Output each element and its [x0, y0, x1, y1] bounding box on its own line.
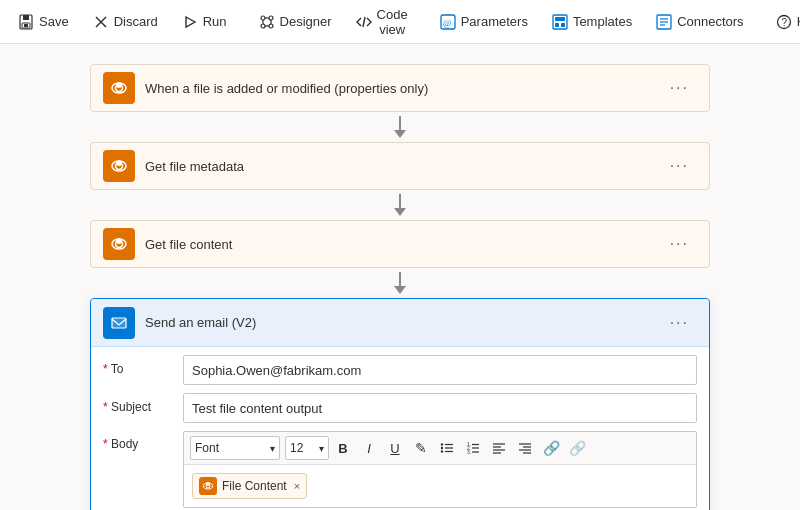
svg-rect-1: [23, 15, 29, 20]
font-name: Font: [195, 441, 219, 455]
discard-label: Discard: [114, 14, 158, 29]
to-required: *: [103, 362, 111, 376]
templates-icon: [552, 14, 568, 30]
italic-button[interactable]: I: [357, 436, 381, 460]
arrow-2: [394, 194, 406, 216]
designer-icon: [259, 14, 275, 30]
step-2-title: Get file metadata: [145, 159, 662, 174]
save-icon: [18, 14, 34, 30]
help-button[interactable]: ? Help: [766, 8, 800, 36]
code-view-button[interactable]: Code view: [346, 1, 418, 43]
body-editor-toolbar: Font ▾ 12 ▾ B I U ✎: [184, 432, 696, 465]
step-card-3[interactable]: Get file content ···: [90, 220, 710, 268]
body-content: File Content ×: [184, 465, 696, 507]
svg-point-40: [441, 447, 443, 449]
underline-button[interactable]: U: [383, 436, 407, 460]
designer-label: Designer: [280, 14, 332, 29]
parameters-icon: @: [440, 14, 456, 30]
font-dropdown[interactable]: Font ▾: [190, 436, 280, 460]
svg-rect-3: [24, 24, 28, 27]
run-icon: [182, 14, 198, 30]
numbered-list-button[interactable]: 1. 2. 3.: [461, 436, 485, 460]
step-2-more[interactable]: ···: [662, 153, 697, 179]
canvas: When a file is added or modified (proper…: [0, 44, 800, 510]
svg-point-10: [269, 24, 273, 28]
step-3-more[interactable]: ···: [662, 231, 697, 257]
parameters-button[interactable]: @ Parameters: [430, 8, 538, 36]
step-2-icon: [103, 150, 135, 182]
font-size-dropdown[interactable]: 12 ▾: [285, 436, 329, 460]
email-card: Send an email (V2) ··· * To * Subject: [90, 298, 710, 510]
step-1-more[interactable]: ···: [662, 75, 697, 101]
svg-rect-20: [555, 23, 559, 27]
email-step-icon: [103, 307, 135, 339]
align-right-button[interactable]: [513, 436, 537, 460]
code-view-label: Code view: [377, 7, 408, 37]
templates-button[interactable]: Templates: [542, 8, 642, 36]
color-pen-button[interactable]: ✎: [409, 436, 433, 460]
email-step-title: Send an email (V2): [145, 315, 662, 330]
email-card-header[interactable]: Send an email (V2) ···: [91, 299, 709, 347]
help-label: Help: [797, 14, 800, 29]
svg-line-15: [363, 17, 365, 27]
flow-container: When a file is added or modified (proper…: [90, 64, 710, 510]
run-button[interactable]: Run: [172, 8, 237, 36]
code-view-icon: [356, 14, 372, 30]
connectors-label: Connectors: [677, 14, 743, 29]
svg-point-7: [261, 16, 265, 20]
svg-text:?: ?: [781, 17, 787, 28]
save-label: Save: [39, 14, 69, 29]
to-input[interactable]: [183, 355, 697, 385]
help-icon: ?: [776, 14, 792, 30]
bullet-list-button[interactable]: [435, 436, 459, 460]
size-dropdown-arrow: ▾: [319, 443, 324, 454]
step-1-icon: [103, 72, 135, 104]
save-button[interactable]: Save: [8, 8, 79, 36]
font-size: 12: [290, 441, 303, 455]
svg-point-9: [261, 24, 265, 28]
step-3-title: Get file content: [145, 237, 662, 252]
parameters-label: Parameters: [461, 14, 528, 29]
token-close-button[interactable]: ×: [294, 480, 300, 492]
body-editor: Font ▾ 12 ▾ B I U ✎: [183, 431, 697, 508]
svg-marker-6: [186, 17, 195, 27]
step-card-2[interactable]: Get file metadata ···: [90, 142, 710, 190]
svg-point-38: [441, 443, 443, 445]
connectors-icon: [656, 14, 672, 30]
connectors-button[interactable]: Connectors: [646, 8, 753, 36]
subject-row: * Subject: [103, 393, 697, 423]
email-step-more[interactable]: ···: [662, 310, 697, 336]
to-label: * To: [103, 355, 183, 376]
arrow-1: [394, 116, 406, 138]
token-icon: [199, 477, 217, 495]
templates-label: Templates: [573, 14, 632, 29]
file-content-token: File Content ×: [192, 473, 307, 499]
svg-point-8: [269, 16, 273, 20]
token-label: File Content: [222, 479, 287, 493]
subject-label: * Subject: [103, 393, 183, 414]
discard-button[interactable]: Discard: [83, 8, 168, 36]
step-1-title: When a file is added or modified (proper…: [145, 81, 662, 96]
step-card-1[interactable]: When a file is added or modified (proper…: [90, 64, 710, 112]
bold-button[interactable]: B: [331, 436, 355, 460]
svg-rect-19: [555, 17, 565, 21]
email-card-body: * To * Subject * Body: [91, 347, 709, 510]
link-button[interactable]: 🔗: [539, 436, 563, 460]
body-row: * Body Font ▾ 12 ▾: [103, 431, 697, 508]
toolbar: Save Discard Run: [0, 0, 800, 44]
svg-rect-37: [112, 318, 126, 328]
subject-input[interactable]: [183, 393, 697, 423]
svg-text:@: @: [443, 18, 451, 28]
step-3-icon: [103, 228, 135, 260]
discard-icon: [93, 14, 109, 30]
svg-point-42: [441, 450, 443, 452]
svg-text:3.: 3.: [467, 449, 471, 455]
designer-button[interactable]: Designer: [249, 8, 342, 36]
body-required: *: [103, 437, 111, 451]
run-label: Run: [203, 14, 227, 29]
svg-rect-21: [561, 23, 565, 27]
unlink-button[interactable]: 🔗: [565, 436, 589, 460]
arrow-3: [394, 272, 406, 294]
subject-required: *: [103, 400, 111, 414]
align-left-button[interactable]: [487, 436, 511, 460]
